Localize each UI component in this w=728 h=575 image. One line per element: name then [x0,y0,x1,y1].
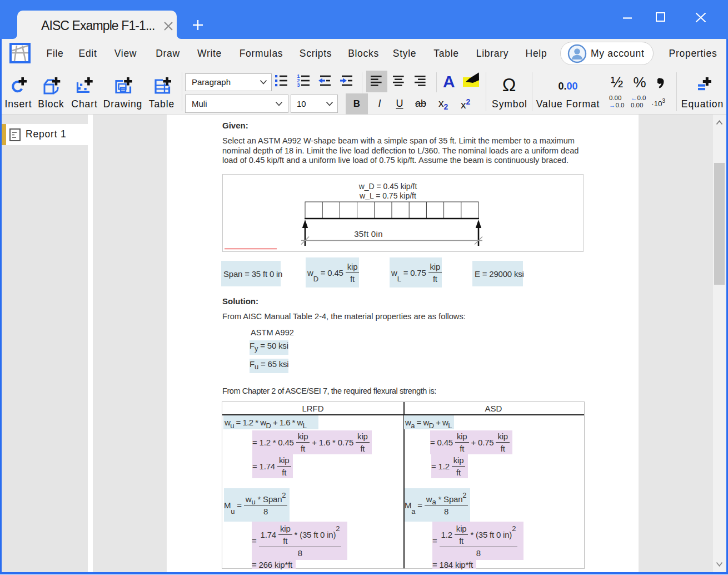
svg-text:w_L = 0.75 kip/ft: w_L = 0.75 kip/ft [359,191,416,200]
svg-text:w_D = 0.45 kip/ft: w_D = 0.45 kip/ft [358,182,417,191]
svg-text:35ft 0in: 35ft 0in [354,229,383,239]
svg-text:3: 3 [297,82,300,88]
